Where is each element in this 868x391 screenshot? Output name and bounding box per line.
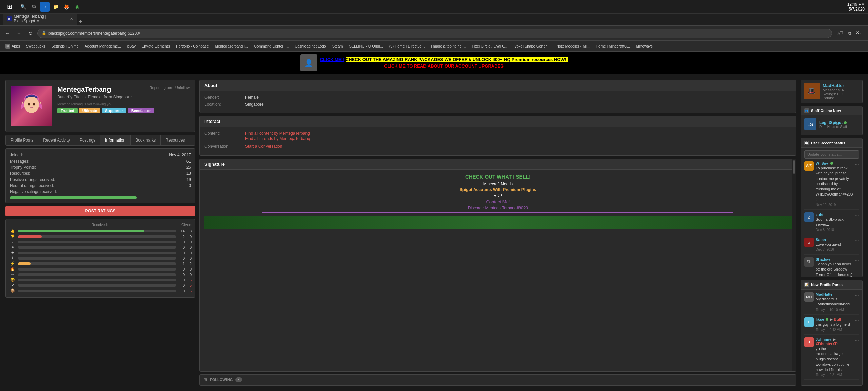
conversation-row: Conversation: Start a Conversation: [204, 144, 791, 149]
tab-information[interactable]: Information: [100, 135, 131, 145]
wilspy-date: Nov 19, 2019: [816, 203, 853, 207]
click-link[interactable]: CLICK ME!!: [320, 57, 344, 62]
pp-likse-more[interactable]: ···: [855, 317, 859, 323]
pp-madhatter-text: My discord is ExtinctInsanity#4599: [816, 297, 853, 307]
start-conversation-link[interactable]: Start a Conversation: [245, 144, 282, 149]
tab-close-button[interactable]: ✕: [70, 17, 73, 21]
edge-icon[interactable]: e: [40, 2, 50, 12]
bookmark-command[interactable]: Command Center |...: [251, 43, 291, 49]
neu-ratings-label: Neutral ratings received:: [10, 183, 54, 188]
bookmark-pixel[interactable]: Pixel Circle / Oval G...: [469, 43, 511, 49]
find-threads-link[interactable]: Find all threads by MentegaTerbang: [245, 136, 310, 141]
online-indicator: [844, 121, 847, 124]
pp-likse-mention[interactable]: Bull: [834, 317, 841, 321]
chrome-icon[interactable]: ◉: [73, 2, 82, 12]
profile-tagline: Butterfly Effects, Female, from Singapor…: [57, 95, 132, 99]
back-button[interactable]: ←: [3, 29, 12, 38]
pp-madhatter-name[interactable]: MadHatter: [816, 292, 834, 296]
madhatter-name[interactable]: MadHatter: [823, 83, 844, 88]
new-tab-button[interactable]: +: [79, 18, 82, 25]
tab-recent-activity[interactable]: Recent Activity: [38, 135, 75, 145]
announcement-sub[interactable]: CLICK ME TO READ ABOUT OUR ACCOUNT UPGRA…: [320, 63, 568, 69]
bookmark-account[interactable]: Account Manageme...: [82, 43, 124, 49]
edit-bar-container: [18, 273, 176, 276]
bookmark-plotz[interactable]: Plotz Modeller - Mi...: [553, 43, 592, 49]
scrollbar-thumb[interactable]: [793, 160, 795, 174]
lightning-bar: [18, 262, 31, 265]
find-content-link[interactable]: Find all content by MentegaTerbang: [245, 131, 310, 136]
maximize-button[interactable]: □: [833, 27, 849, 38]
posts-icon: 📝: [804, 282, 809, 287]
ratings-bar: [10, 196, 137, 199]
bookmark-directle[interactable]: (9) Home | DirectLe...: [387, 43, 428, 49]
bookmark-tool[interactable]: I made a tool to hel...: [428, 43, 469, 49]
bookmark-voxel[interactable]: Voxel Shape Gener...: [512, 43, 552, 49]
zuhi-more[interactable]: ···: [855, 212, 859, 218]
taskview-icon[interactable]: ⧉: [29, 2, 39, 12]
ignore-link[interactable]: Ignore: [163, 86, 173, 90]
satan-content: Satan Love you guys! Dec 7, 2016: [816, 238, 853, 252]
bookmark-apps[interactable]: ⊞ Apps: [3, 43, 23, 50]
forward-button[interactable]: →: [14, 29, 24, 38]
tab-bookmarks[interactable]: Bookmarks: [131, 135, 161, 145]
legiit-name[interactable]: LegiitSpigot: [819, 120, 843, 125]
pp-johnnny-more[interactable]: ···: [855, 337, 859, 343]
bookmark-portfolio[interactable]: Portfolio - Coinbase: [173, 43, 212, 49]
pp-johnnny-mention[interactable]: XDhunterXD: [816, 342, 838, 346]
pp-johnnny-name[interactable]: Johnnny: [816, 337, 831, 341]
pp-madhatter-more[interactable]: ···: [855, 292, 859, 298]
satan-more[interactable]: ···: [855, 238, 859, 243]
report-link[interactable]: Report: [150, 86, 161, 90]
firefox-icon[interactable]: 🦊: [62, 2, 71, 12]
search-icon[interactable]: 🔍: [18, 2, 28, 12]
bookmark-selling[interactable]: SELLING - O Origi...: [346, 43, 386, 49]
bookmark-mineways[interactable]: Mineways: [633, 43, 655, 49]
bookmark-minecraft[interactable]: Home | MinecraftC...: [593, 43, 633, 49]
location-row: Location: Singapore: [204, 102, 791, 107]
sig-line-2: Spigot Accounts With Premium Plugins: [204, 187, 792, 192]
announcement-highlight: CHECK OUT THE AMAZING RANK PACKAGES WE O…: [346, 57, 568, 62]
madhatter-points: Points: 1: [823, 96, 844, 100]
unfollow-link[interactable]: Unfollow: [175, 86, 190, 90]
bookmark-swagbucks[interactable]: Swagbucks: [23, 43, 48, 49]
signature-content: CHECK OUT WHAT I SELL! Minecraft Needs S…: [200, 170, 796, 233]
wilspy-more[interactable]: ···: [855, 161, 859, 167]
bookmark-settings[interactable]: Settings | Chime: [48, 43, 81, 49]
satan-name[interactable]: Satan: [816, 238, 826, 242]
pp-likse-date: Today at 9:42 AM: [816, 328, 853, 332]
post-ratings-button[interactable]: POST RATINGS: [5, 206, 195, 216]
refresh-button[interactable]: ↻: [26, 29, 35, 38]
pp-likse-name[interactable]: likse: [816, 317, 824, 321]
minimize-button[interactable]: ─: [817, 27, 833, 38]
gender-value: Female: [245, 95, 259, 100]
start-button[interactable]: ⊞: [3, 0, 16, 14]
clock: 12:49 PM 5/7/2020: [847, 2, 865, 12]
bookmark-ebay[interactable]: eBay: [124, 43, 138, 49]
bookmark-steam[interactable]: Steam: [330, 43, 346, 49]
shadow-name[interactable]: Shadow: [816, 257, 830, 261]
zuhi-date: Dec 8, 2018: [816, 228, 853, 232]
bookmark-envato[interactable]: Envato Elements: [139, 43, 173, 49]
staff-online-body: LS LegiitSpigot Dep. Head of Staff: [801, 115, 862, 135]
bookmark-cashload[interactable]: Cashload.net Logo: [292, 43, 329, 49]
tab-postings[interactable]: Postings: [75, 135, 100, 145]
rating-row-box: 📦 0 5: [9, 288, 192, 293]
explorer-icon[interactable]: 📁: [51, 2, 60, 12]
check-given: 0: [185, 240, 192, 244]
close-button[interactable]: ✕: [850, 27, 865, 38]
joined-value: Nov 4, 2017: [169, 153, 191, 157]
address-bar[interactable]: 🔒 blackspigot.com/members/mentegaterbang…: [37, 29, 832, 38]
wilspy-name[interactable]: WilSpy: [816, 161, 828, 165]
bookmark-label: (9) Home | DirectLe...: [389, 44, 425, 48]
tab-profile-posts[interactable]: Profile Posts: [6, 135, 38, 145]
address-bar-row: ← → ↻ 🔒 blackspigot.com/members/mentegat…: [0, 26, 868, 41]
content-label: Content:: [204, 131, 245, 142]
bookmark-label: eBay: [127, 44, 136, 48]
status-update-input[interactable]: [804, 150, 859, 159]
active-tab[interactable]: B MentegaTerbang | BlackSpigot M... ✕: [3, 12, 77, 25]
shadow-more[interactable]: ···: [855, 257, 859, 263]
madhatter-widget: 🎩 MadHatter Messages: 4 Ratings: 0/0/ Po…: [801, 80, 863, 103]
tab-resources[interactable]: Resources: [161, 135, 190, 145]
zuhi-name[interactable]: zuhi: [816, 212, 823, 217]
bookmark-mentega[interactable]: MentegaTerbang |...: [212, 43, 251, 49]
